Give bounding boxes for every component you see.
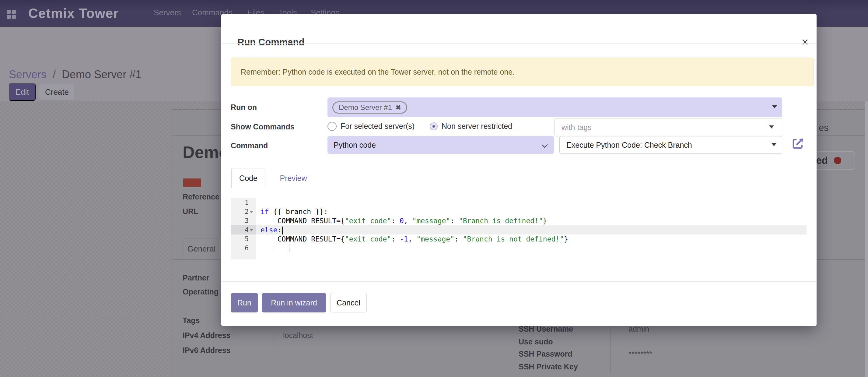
radio-label-selected-servers[interactable]: For selected server(s): [341, 122, 414, 130]
run-command-modal: Run Command ✕ Remember: Python code is e…: [221, 14, 816, 326]
divider: [231, 188, 807, 188]
tab-preview[interactable]: Preview: [274, 168, 313, 188]
fold-spacer: [250, 201, 254, 204]
fold-spacer: [250, 237, 254, 240]
dropdown-caret-icon[interactable]: [769, 125, 774, 128]
show-commands-label: Show Commands: [231, 122, 294, 131]
screen: Cetmix Tower ServersCommandsFilesToolsSe…: [0, 0, 868, 377]
code-line-4[interactable]: else:: [256, 225, 807, 234]
code-line-3[interactable]: COMMAND_RESULT={"exit_code": 0, "message…: [256, 216, 807, 225]
code-line-1[interactable]: [256, 198, 807, 207]
fold-arrow-icon[interactable]: [250, 228, 254, 231]
run-button[interactable]: Run: [231, 293, 258, 313]
code-line-5[interactable]: COMMAND_RESULT={"exit_code": -1, "messag…: [256, 234, 807, 243]
gutter-line-4: 4: [231, 225, 256, 234]
radio-label-non-restricted[interactable]: Non server restricted: [442, 122, 512, 130]
tag-remove-icon[interactable]: ✖: [396, 104, 401, 111]
command-type-select[interactable]: Python code: [328, 136, 554, 154]
close-icon[interactable]: ✕: [798, 35, 812, 49]
radio-non-server-restricted[interactable]: [430, 122, 438, 130]
indent-guide: [289, 244, 290, 252]
radio-for-selected-servers[interactable]: [328, 122, 337, 131]
dropdown-caret-icon[interactable]: [772, 143, 776, 146]
code-line-6[interactable]: [256, 243, 807, 253]
fold-spacer: [250, 246, 254, 250]
run-in-wizard-button[interactable]: Run in wizard: [262, 293, 326, 313]
fold-spacer: [250, 219, 254, 222]
warning-alert-text: Remember: Python code is executed on the…: [241, 67, 515, 77]
gutter-line-5: 5: [231, 234, 256, 243]
run-on-label: Run on: [231, 103, 257, 112]
gutter-line-6: 6: [231, 243, 256, 253]
divider: [221, 281, 816, 282]
with-tags-select[interactable]: with tags: [555, 118, 782, 137]
divider: [221, 43, 816, 44]
server-tag-pill: Demo Server #1 ✖: [332, 102, 407, 114]
gutter-line-2: 2: [231, 207, 256, 216]
command-select[interactable]: Execute Python Code: Check Branch: [559, 136, 782, 154]
code-line-2[interactable]: if {{ branch }}:: [256, 207, 807, 216]
cancel-button[interactable]: Cancel: [330, 293, 367, 313]
editor-gutter: 123456: [231, 198, 256, 259]
run-on-multiselect[interactable]: Demo Server #1 ✖: [328, 97, 782, 117]
dropdown-caret-icon[interactable]: [772, 105, 777, 108]
code-editor[interactable]: if {{ branch }}: COMMAND_RESULT={"exit_c…: [256, 198, 807, 259]
gutter-line-1: 1: [231, 198, 256, 207]
command-label: Command: [231, 141, 268, 150]
tab-code[interactable]: Code: [231, 168, 266, 188]
modal-title: Run Command: [238, 37, 304, 48]
indent-guide: [273, 244, 273, 252]
text-cursor: [282, 227, 283, 234]
external-link-icon[interactable]: [791, 137, 805, 150]
warning-alert: Remember: Python code is executed on the…: [231, 58, 814, 86]
gutter-line-3: 3: [231, 216, 256, 225]
fold-arrow-icon[interactable]: [250, 210, 254, 213]
